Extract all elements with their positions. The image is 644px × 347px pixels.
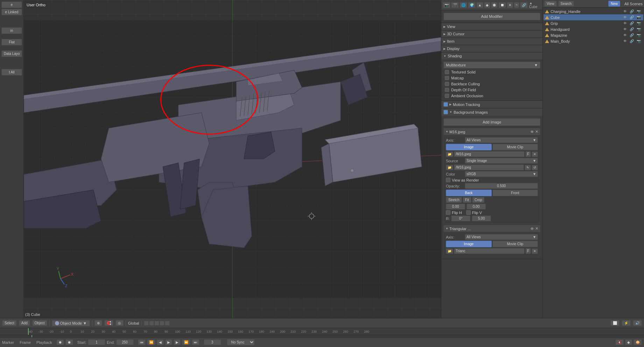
- op-btn-e[interactable]: e: [1, 1, 22, 8]
- charging-handle-cam[interactable]: 📷: [636, 9, 642, 14]
- op-btn-in[interactable]: in: [1, 27, 22, 34]
- bg-image-2-arrow[interactable]: ▼: [446, 227, 448, 230]
- op-btn-flat[interactable]: Flat: [1, 39, 22, 45]
- next-keyframe-btn[interactable]: ▶: [174, 339, 181, 345]
- rotation-value2-1[interactable]: 5.00: [472, 215, 491, 221]
- timeline-track[interactable]: [0, 335, 644, 337]
- shading-mode-dropdown[interactable]: Multitexture ▼: [443, 62, 540, 69]
- shading-header[interactable]: ▼ Shading: [441, 52, 542, 59]
- magazine-link[interactable]: 🔗: [629, 33, 635, 37]
- scene-item-cube[interactable]: Cube 👁 🔗 📷: [544, 14, 643, 20]
- cube-cam[interactable]: 📷: [636, 15, 642, 20]
- scene-item-grip[interactable]: Grip 👁 🔗 📷: [544, 20, 643, 26]
- bg-image-1-eye[interactable]: 👁: [530, 130, 534, 134]
- filename-field-2[interactable]: Trianc: [454, 248, 525, 254]
- view-as-render-cb-1[interactable]: [446, 178, 450, 182]
- scene-item-charging-handle[interactable]: Charging_Handle 👁 🔗 📷: [544, 8, 643, 14]
- op-btn-data-layo[interactable]: Data Layo: [1, 50, 22, 57]
- filename-folder-btn-2[interactable]: 📁: [446, 248, 453, 254]
- handguard-link[interactable]: 🔗: [629, 27, 635, 31]
- magazine-eye[interactable]: 👁: [622, 33, 628, 37]
- opacity-value-1[interactable]: 0.500: [465, 183, 538, 189]
- bg-images-header[interactable]: ▼ Background Images: [441, 108, 542, 116]
- new-button[interactable]: New: [608, 1, 620, 7]
- back-btn-1[interactable]: Back: [446, 190, 492, 196]
- add-button[interactable]: Add: [19, 320, 30, 326]
- pivot-btn[interactable]: ⊕: [94, 320, 102, 326]
- bg-image-2-eye[interactable]: 👁: [530, 227, 534, 231]
- scene-item-magazine[interactable]: Magazine 👁 🔗 📷: [544, 32, 643, 38]
- viewport-icon-3[interactable]: 🔊: [633, 320, 642, 326]
- viewport-icon-2[interactable]: ⚡: [622, 320, 631, 326]
- main-body-link[interactable]: 🔗: [629, 39, 635, 43]
- movie-tab-1[interactable]: Movie Clip: [492, 144, 538, 150]
- crop-btn-1[interactable]: Crop: [472, 197, 485, 203]
- next-frame-btn[interactable]: ⏩: [182, 339, 190, 345]
- bg-image-2-close[interactable]: ✕: [535, 226, 538, 231]
- filename-x-btn-2[interactable]: ✕: [532, 248, 538, 254]
- main-body-eye[interactable]: 👁: [622, 39, 628, 43]
- layer-3[interactable]: [154, 321, 159, 326]
- motion-tracking-header[interactable]: ▶ Motion Tracking: [441, 101, 542, 108]
- end-frame-input[interactable]: [116, 339, 134, 345]
- viewport-icon-1[interactable]: ⬜: [610, 320, 620, 326]
- handguard-cam[interactable]: 📷: [636, 27, 642, 31]
- backface-culling-checkbox[interactable]: [445, 82, 449, 86]
- offset-y-1[interactable]: 0.00: [467, 204, 486, 210]
- depth-of-field-checkbox[interactable]: [445, 88, 449, 92]
- bg-image-1-close[interactable]: ✕: [535, 129, 538, 134]
- front-btn-1[interactable]: Front: [492, 190, 538, 196]
- cursor-header[interactable]: ▶ 3D Cursor: [441, 30, 542, 37]
- layer-2[interactable]: [149, 321, 154, 326]
- scene-item-main-body[interactable]: Main_Body 👁 🔗 📷: [544, 38, 643, 44]
- display-header[interactable]: ▶ Display: [441, 45, 542, 52]
- bg-images-checkbox[interactable]: [443, 110, 448, 114]
- mode-dropdown[interactable]: Object Mode ▼: [52, 320, 90, 326]
- audio-btn[interactable]: 🔇: [615, 339, 624, 345]
- charging-handle-eye[interactable]: 👁: [622, 9, 628, 14]
- ambient-occlusion-checkbox[interactable]: [445, 94, 449, 98]
- grip-cam[interactable]: 📷: [636, 21, 642, 26]
- play-btn[interactable]: ▶: [165, 339, 172, 345]
- prev-frame-btn[interactable]: ⏪: [147, 339, 155, 345]
- cube-link[interactable]: 🔗: [629, 15, 635, 20]
- proportional-btn[interactable]: ◎: [115, 320, 124, 326]
- prop-icon-object[interactable]: ▲: [476, 2, 483, 8]
- prop-icon-camera[interactable]: 📷: [443, 2, 450, 8]
- layer-1[interactable]: [144, 321, 149, 326]
- prop-icon-particles[interactable]: ✦: [507, 2, 513, 8]
- textured-solid-checkbox[interactable]: [445, 70, 449, 74]
- prop-icon-constraints[interactable]: 🔗: [520, 2, 528, 8]
- prop-icon-texture[interactable]: 🔲: [498, 2, 506, 8]
- prop-icon-mesh[interactable]: ◆: [484, 2, 490, 8]
- scene-item-handguard[interactable]: Handguard 👁 🔗 📷: [544, 26, 643, 32]
- jump-end-btn[interactable]: ⏭: [192, 339, 200, 345]
- playback-record-btn2[interactable]: ⏺: [65, 339, 73, 345]
- prop-icon-scene[interactable]: 🌐: [460, 2, 467, 8]
- handguard-eye[interactable]: 👁: [622, 27, 628, 31]
- flip-v-cb-1[interactable]: [466, 210, 471, 215]
- grip-link[interactable]: 🔗: [629, 21, 635, 26]
- flip-h-cb-1[interactable]: [446, 210, 450, 215]
- prop-icon-world[interactable]: 🌍: [468, 2, 476, 8]
- axis-dropdown-2[interactable]: All Views ▼: [465, 234, 538, 240]
- keyframe-btn[interactable]: ◆: [625, 339, 632, 345]
- select-button[interactable]: Select: [2, 320, 17, 326]
- start-frame-input[interactable]: [88, 339, 105, 345]
- stretch-btn-1[interactable]: Stretch: [446, 197, 462, 203]
- snap-btn[interactable]: 🧲: [104, 320, 113, 326]
- onion-btn[interactable]: 🧅: [634, 339, 642, 345]
- current-frame-input[interactable]: [204, 339, 221, 345]
- image-tab-2[interactable]: Image: [446, 241, 492, 247]
- main-body-cam[interactable]: 📷: [636, 39, 642, 43]
- sync-dropdown[interactable]: No Sync: [227, 339, 255, 346]
- image-tab-1[interactable]: Image: [446, 144, 492, 150]
- prop-icon-render[interactable]: 🎬: [451, 2, 459, 8]
- filepath-edit-btn-1[interactable]: ✎: [525, 165, 531, 170]
- prop-icon-physics[interactable]: ~: [514, 2, 519, 8]
- matcap-checkbox[interactable]: [445, 76, 449, 80]
- add-modifier-button[interactable]: Add Modifier: [443, 13, 540, 20]
- charging-handle-link[interactable]: 🔗: [629, 9, 635, 14]
- fit-btn-1[interactable]: Fit: [463, 197, 471, 203]
- movie-tab-2[interactable]: Movie Clip: [492, 241, 538, 247]
